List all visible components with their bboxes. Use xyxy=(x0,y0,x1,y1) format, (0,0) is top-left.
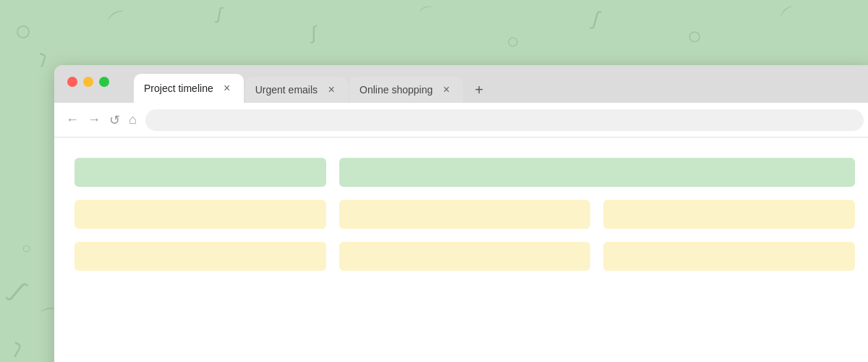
content-block-yellow-5 xyxy=(339,242,591,271)
content-block-yellow-4 xyxy=(75,242,326,271)
tab-online-shopping[interactable]: Online shopping × xyxy=(349,77,463,103)
address-bar[interactable] xyxy=(145,109,864,131)
content-area xyxy=(54,138,868,362)
tab-close-project-timeline[interactable]: × xyxy=(221,82,234,95)
forward-button[interactable]: → xyxy=(88,112,101,127)
tab-bar: Project timeline × Urgent emails × Onlin… xyxy=(54,65,868,103)
traffic-light-green[interactable] xyxy=(99,77,109,87)
traffic-lights xyxy=(67,77,109,87)
content-block-green-large xyxy=(339,158,855,187)
back-button[interactable]: ← xyxy=(66,112,79,127)
tab-close-online-shopping[interactable]: × xyxy=(440,83,453,96)
tab-project-timeline[interactable]: Project timeline × xyxy=(134,74,244,103)
add-tab-button[interactable]: + xyxy=(466,77,492,103)
browser-window: Project timeline × Urgent emails × Onlin… xyxy=(54,65,868,362)
home-button[interactable]: ⌂ xyxy=(129,112,137,127)
tab-close-urgent-emails[interactable]: × xyxy=(325,83,338,96)
content-block-yellow-1 xyxy=(75,200,326,229)
content-block-green-small xyxy=(75,158,326,187)
reload-button[interactable]: ↺ xyxy=(109,112,120,128)
content-block-yellow-2 xyxy=(339,200,591,229)
content-block-yellow-6 xyxy=(603,242,855,271)
toolbar: ← → ↺ ⌂ xyxy=(54,103,868,138)
traffic-light-red[interactable] xyxy=(67,77,77,87)
traffic-light-yellow[interactable] xyxy=(83,77,93,87)
content-block-yellow-3 xyxy=(603,200,855,229)
tab-urgent-emails[interactable]: Urgent emails × xyxy=(245,77,348,103)
